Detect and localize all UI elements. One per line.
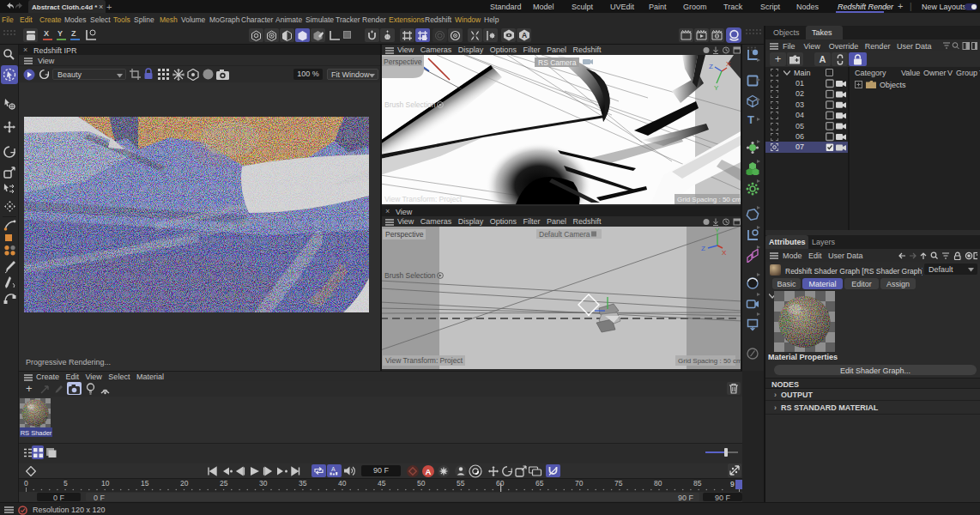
svg-text:Perspective: Perspective — [385, 230, 424, 239]
svg-text:Z: Z — [701, 245, 705, 252]
svg-text:30: 30 — [259, 479, 268, 488]
svg-text:5: 5 — [64, 479, 68, 488]
svg-text:45: 45 — [378, 479, 386, 488]
svg-text:10: 10 — [101, 479, 110, 488]
svg-text:55: 55 — [457, 479, 465, 488]
svg-text:A: A — [331, 466, 336, 472]
svg-text:Brush Selection: Brush Selection — [384, 100, 436, 109]
svg-text:40: 40 — [338, 479, 347, 488]
svg-text:Grid Spacing : 50 cm: Grid Spacing : 50 cm — [678, 357, 742, 365]
svg-text:80: 80 — [654, 479, 662, 488]
svg-text:X: X — [726, 60, 731, 68]
svg-text:60: 60 — [496, 479, 505, 488]
svg-text:A: A — [521, 31, 526, 39]
svg-text:Grid Spacing : 50 cm: Grid Spacing : 50 cm — [677, 196, 741, 203]
svg-text:20: 20 — [180, 479, 189, 488]
svg-text:9: 9 — [730, 480, 735, 488]
svg-text:75: 75 — [614, 479, 623, 488]
svg-text:RS Camera: RS Camera — [538, 58, 577, 67]
svg-text:0: 0 — [24, 479, 28, 488]
svg-text:25: 25 — [220, 479, 228, 488]
svg-text:Y: Y — [714, 84, 719, 92]
svg-text:65: 65 — [535, 479, 544, 488]
svg-text:70: 70 — [575, 479, 584, 488]
svg-text:View Transform: Project: View Transform: Project — [384, 195, 463, 203]
svg-text:X: X — [722, 249, 727, 257]
svg-text:Default Camera: Default Camera — [539, 230, 590, 239]
svg-text:15: 15 — [141, 479, 149, 488]
svg-text:50: 50 — [417, 479, 426, 488]
svg-text:A: A — [426, 467, 432, 476]
svg-text:35: 35 — [299, 479, 307, 488]
svg-text:85: 85 — [693, 479, 702, 488]
svg-text:Y: Y — [715, 227, 720, 234]
svg-text:Z: Z — [709, 63, 713, 70]
svg-text:Perspective: Perspective — [384, 58, 422, 66]
svg-text:Brush Selection: Brush Selection — [384, 271, 436, 280]
svg-text:View Transform: Project: View Transform: Project — [385, 356, 463, 365]
